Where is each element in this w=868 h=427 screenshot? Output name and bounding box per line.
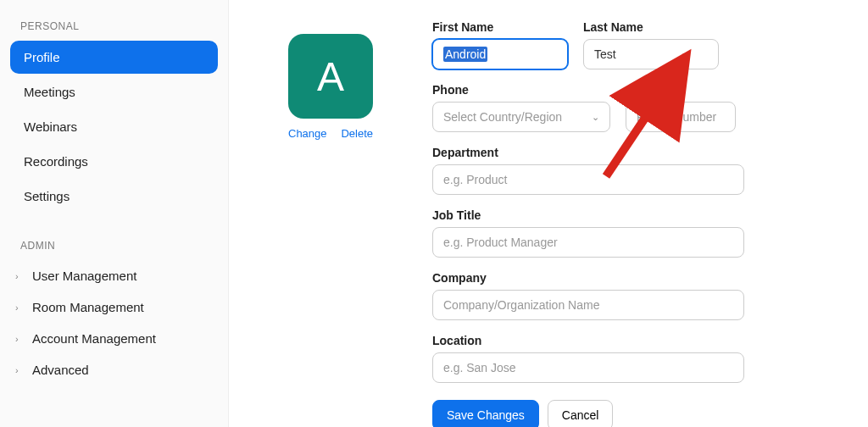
- sidebar-item-label: Profile: [24, 50, 60, 64]
- avatar-column: A Change Delete: [280, 20, 381, 407]
- company-label: Company: [432, 271, 834, 285]
- cancel-button[interactable]: Cancel: [548, 400, 614, 427]
- main-content: A Change Delete First Name Android Last …: [229, 0, 868, 427]
- first-name-label: First Name: [432, 20, 568, 34]
- job-title-label: Job Title: [432, 208, 834, 222]
- admin-section-label: ADMIN: [10, 236, 218, 260]
- sidebar-item-label: Account Management: [32, 331, 156, 346]
- sidebar-item-label: Recordings: [24, 154, 88, 169]
- avatar: A: [288, 34, 373, 119]
- sidebar-item-label: User Management: [32, 269, 136, 283]
- phone-region-select[interactable]: Select Country/Region ⌄: [432, 102, 610, 132]
- location-input[interactable]: [432, 352, 744, 383]
- avatar-change-link[interactable]: Change: [288, 127, 327, 140]
- first-name-input[interactable]: Android: [432, 39, 568, 69]
- chevron-right-icon: ›: [15, 365, 25, 375]
- sidebar-item-user-management[interactable]: › User Management: [10, 260, 218, 291]
- sidebar: PERSONAL Profile Meetings Webinars Recor…: [0, 0, 229, 427]
- sidebar-item-recordings[interactable]: Recordings: [10, 145, 218, 178]
- location-label: Location: [432, 334, 834, 347]
- sidebar-item-label: Room Management: [32, 300, 144, 314]
- avatar-letter: A: [317, 53, 344, 100]
- department-label: Department: [432, 146, 834, 159]
- sidebar-item-meetings[interactable]: Meetings: [10, 75, 218, 108]
- personal-section-label: PERSONAL: [10, 17, 218, 41]
- phone-number-input[interactable]: [626, 102, 736, 132]
- chevron-right-icon: ›: [15, 334, 25, 344]
- chevron-down-icon: ⌄: [592, 112, 599, 123]
- job-title-input[interactable]: [432, 227, 744, 258]
- first-name-value: Android: [443, 47, 487, 62]
- profile-form: First Name Android Last Name Phone Selec…: [432, 20, 834, 407]
- last-name-input[interactable]: [583, 39, 719, 69]
- avatar-delete-link[interactable]: Delete: [341, 127, 373, 140]
- sidebar-item-webinars[interactable]: Webinars: [10, 110, 218, 143]
- phone-label: Phone: [432, 83, 834, 97]
- sidebar-item-profile[interactable]: Profile: [10, 41, 218, 74]
- department-input[interactable]: [432, 164, 744, 195]
- save-changes-button[interactable]: Save Changes: [432, 400, 539, 427]
- sidebar-item-room-management[interactable]: › Room Management: [10, 291, 218, 323]
- sidebar-item-label: Meetings: [24, 85, 75, 99]
- chevron-right-icon: ›: [15, 302, 25, 313]
- sidebar-item-label: Webinars: [24, 119, 77, 134]
- last-name-label: Last Name: [583, 20, 719, 34]
- company-input[interactable]: [432, 290, 744, 320]
- sidebar-item-label: Advanced: [32, 363, 89, 377]
- sidebar-item-settings[interactable]: Settings: [10, 180, 218, 213]
- sidebar-item-label: Settings: [24, 189, 70, 203]
- sidebar-item-advanced[interactable]: › Advanced: [10, 354, 218, 385]
- phone-region-placeholder: Select Country/Region: [443, 110, 562, 124]
- chevron-right-icon: ›: [15, 271, 25, 281]
- sidebar-item-account-management[interactable]: › Account Management: [10, 323, 218, 354]
